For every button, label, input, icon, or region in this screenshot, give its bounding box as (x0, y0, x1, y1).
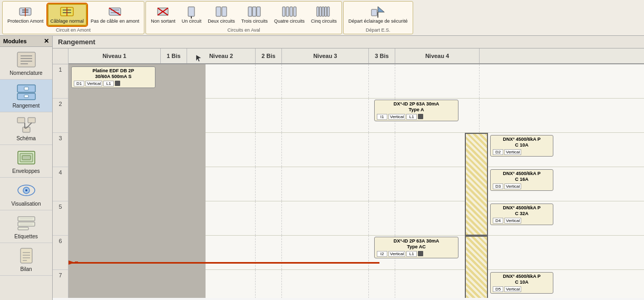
col-header-niveau2: Niveau 2 (187, 49, 256, 63)
btn-pas-cable-amont[interactable]: Pas de câble en amont (88, 4, 142, 26)
dnx3-c16a-field-d3: D3 (493, 183, 503, 189)
sidebar-item-visualisation[interactable]: Visualisation (0, 178, 52, 210)
comp-dnx3-c10a-2[interactable]: DNX³ 4500/6kA P C 10A D5 Vertical (490, 272, 553, 294)
cell-r4-3bis (369, 167, 395, 201)
cell-r5-n3 (282, 201, 369, 235)
cell-r4-n3 (282, 167, 369, 201)
sidebar-item-etiquettes-label: Etiquettes (14, 234, 37, 239)
dx3-1-indicator (418, 114, 423, 119)
main-layout: Modules ✕ Nomenclature (0, 36, 644, 300)
dnx3-c16a-field-vertical: Vertical (504, 183, 521, 189)
comp-dnx3-c32a-fields: D4 Vertical (493, 218, 551, 224)
comp-platine-edf-fields: D1 Vertical L1 (74, 81, 153, 86)
platine-field-l1: L1 (103, 81, 114, 86)
svg-rect-29 (325, 7, 327, 16)
sidebar-item-enveloppes[interactable]: Enveloppes (0, 145, 52, 178)
comp-platine-edf-title: Platine EDF DB 2P (74, 68, 153, 74)
cell-r1-2bis (256, 64, 282, 98)
comp-dx3-id-2-title: DX³-ID 2P 63A 30mA (377, 238, 456, 244)
btn-cablage-normal-label: Câblage normal (51, 19, 84, 24)
bilan-icon (16, 246, 37, 265)
row-num-1: 1 (53, 64, 68, 99)
dnx3-c32a-field-d4: D4 (493, 218, 503, 224)
dnx3-c10a-2-field-d5: D5 (493, 286, 503, 292)
etiquettes-icon (16, 214, 37, 233)
svg-rect-19 (248, 7, 252, 16)
sidebar-item-bilan[interactable]: Bilan (0, 243, 52, 276)
btn-pas-cable-amont-label: Pas de câble en amont (91, 19, 139, 24)
hatched-bar-3bis-bottom (465, 236, 488, 298)
comp-dx3-id-2-subtitle: Type AC (377, 244, 456, 250)
deux-circuits-icon (214, 6, 229, 18)
row-num-3: 3 (53, 133, 68, 167)
content-area: Rangement Niveau 1 1 Bis Niveau 2 2 Bis … (53, 36, 644, 300)
comp-dx3-id-2[interactable]: DX³-ID 2P 63A 30mA Type AC I2 Vertical L… (374, 237, 458, 258)
dx3-2-field-i2: I2 (377, 251, 387, 257)
btn-un-circuit-label: Un circuit (182, 19, 202, 24)
svg-rect-18 (222, 7, 227, 16)
btn-protection-amont-label: Protection Amont (7, 19, 44, 24)
comp-dnx3-c32a[interactable]: DNX³ 4500/6kA P C 32A D4 Vertical (490, 204, 553, 225)
platine-field-d1: D1 (74, 81, 84, 86)
cell-r1-n3 (282, 64, 369, 98)
comp-dnx3-c10a-2-title: DNX³ 4500/6kA P (493, 274, 551, 279)
sidebar-item-etiquettes[interactable]: Etiquettes (0, 210, 52, 243)
btn-quatre-circuits-label: Quatre circuits (274, 19, 305, 24)
cell-r5-2bis (256, 201, 282, 235)
comp-platine-edf-subtitle: 30/60A 500mA S (74, 74, 153, 80)
svg-rect-28 (322, 7, 324, 16)
btn-quatre-circuits[interactable]: Quatre circuits (271, 4, 307, 26)
comp-dnx3-c10a[interactable]: DNX³ 4500/6kA P C 10A D2 Vertical (490, 135, 553, 157)
comp-platine-edf[interactable]: Platine EDF DB 2P 30/60A 500mA S D1 Vert… (71, 66, 155, 88)
schematic-area[interactable]: Niveau 1 1 Bis Niveau 2 2 Bis Niveau 3 3… (53, 49, 644, 298)
svg-rect-43 (17, 118, 25, 123)
dnx3-c10a-field-vertical: Vertical (504, 149, 521, 155)
toolbar-group-depart: Départ éclairage de sécurité Départ E.S. (343, 1, 413, 34)
dx3-1-field-i1: I1 (377, 114, 387, 120)
sidebar-item-visualisation-label: Visualisation (12, 201, 41, 207)
svg-rect-27 (319, 7, 321, 16)
conn-arrow-left (69, 258, 78, 267)
cinq-circuits-icon (316, 6, 331, 18)
conn-line-h-row6 (69, 262, 379, 264)
pas-cable-amont-icon (108, 6, 122, 18)
grid-body: Platine EDF DB 2P 30/60A 500mA S D1 Vert… (69, 64, 644, 298)
svg-point-54 (25, 189, 27, 191)
cell-r1-n4 (395, 64, 480, 98)
btn-cablage-normal[interactable]: Câblage normal (47, 4, 87, 26)
platine-field-vertical: Vertical (85, 81, 102, 86)
dx3-1-field-vertical: Vertical (388, 114, 405, 120)
btn-non-sortant[interactable]: Non sortant (148, 4, 178, 26)
comp-dx3-id-1[interactable]: DX³-ID 2P 63A 30mA Type A I1 Vertical L1 (374, 100, 458, 121)
aval-group-label: Circuits en Aval (228, 27, 260, 33)
sidebar-item-schema[interactable]: Schéma (0, 112, 52, 145)
btn-un-circuit[interactable]: Un circuit (179, 4, 204, 26)
svg-rect-21 (257, 7, 260, 16)
svg-rect-60 (21, 248, 32, 263)
svg-rect-44 (28, 118, 35, 123)
row-num-6: 6 (53, 236, 68, 270)
col-header-3bis: 3 Bis (369, 49, 395, 63)
nomenclature-icon (16, 50, 37, 69)
row-num-4: 4 (53, 167, 68, 201)
comp-dnx3-c16a[interactable]: DNX³ 4500/6kA P C 16A D3 Vertical (490, 169, 553, 191)
depart-group-label: Départ E.S. (366, 27, 391, 33)
sidebar-close-icon[interactable]: ✕ (44, 37, 49, 45)
dnx3-c10a-2-field-vertical: Vertical (504, 286, 521, 292)
btn-non-sortant-label: Non sortant (151, 19, 175, 24)
btn-protection-amont[interactable]: Protection Amont (5, 4, 46, 26)
btn-trois-circuits-label: Trois circuits (241, 19, 268, 24)
btn-cinq-circuits[interactable]: Cinq circuits (308, 4, 339, 26)
sidebar-item-nomenclature[interactable]: Nomenclature (0, 47, 52, 80)
btn-depart-eclairage[interactable]: Départ éclairage de sécurité (346, 4, 411, 26)
svg-rect-26 (317, 7, 319, 16)
cell-r3-2bis (256, 133, 282, 167)
svg-rect-67 (75, 262, 78, 264)
dx3-1-field-l1: L1 (406, 114, 417, 120)
btn-trois-circuits[interactable]: Trois circuits (239, 4, 270, 26)
svg-rect-24 (290, 7, 292, 16)
sidebar-item-rangement[interactable]: Rangement (0, 80, 52, 112)
btn-depart-eclairage-label: Départ éclairage de sécurité (348, 19, 408, 24)
toolbar-buttons-depart: Départ éclairage de sécurité (346, 3, 411, 27)
btn-deux-circuits[interactable]: Deux circuits (205, 4, 238, 26)
